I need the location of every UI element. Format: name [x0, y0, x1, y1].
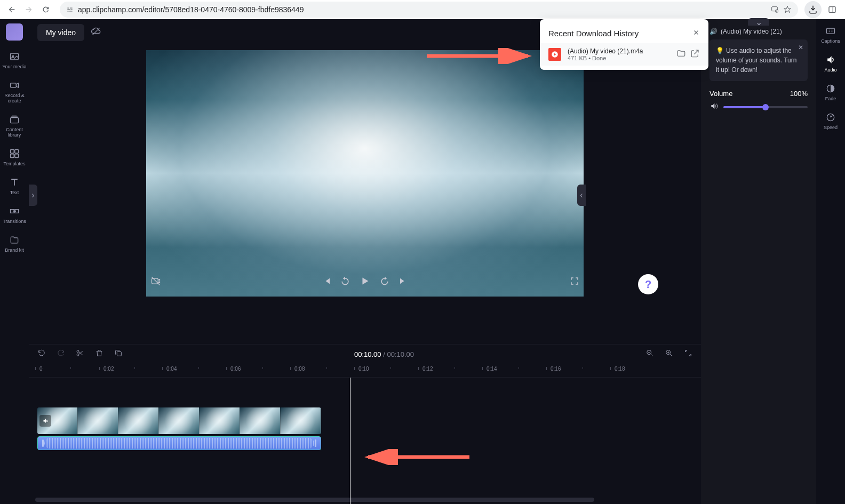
nav-brand-kit[interactable]: Brand kit	[0, 230, 29, 257]
annotation-arrow	[363, 449, 475, 465]
download-file-name: (Audio) My video (21).m4a	[568, 47, 670, 55]
clip-mute-icon[interactable]	[39, 415, 51, 427]
nav-captions[interactable]: Captions	[816, 23, 845, 46]
svg-rect-1	[70, 8, 73, 9]
audio-icon	[825, 54, 836, 65]
url-bar[interactable]: app.clipchamp.com/editor/5708ed18-0470-4…	[60, 2, 798, 18]
svg-rect-5	[69, 11, 73, 11]
undo-button[interactable]	[37, 349, 46, 359]
bookmark-icon[interactable]	[783, 5, 792, 14]
delete-button[interactable]	[95, 349, 103, 359]
transitions-icon	[9, 206, 20, 217]
svg-rect-0	[67, 8, 69, 9]
right-sidebar: Captions Audio Fade Speed	[816, 19, 845, 504]
player-controls	[146, 270, 584, 292]
project-name[interactable]: My video	[37, 24, 84, 41]
skip-forward-button[interactable]	[398, 276, 408, 286]
nav-content-library[interactable]: Content library	[0, 110, 29, 142]
audio-clip-icon: 🔊	[710, 28, 718, 35]
download-item[interactable]: (Audio) My video (21).m4a 471 KB • Done	[540, 43, 708, 66]
skip-back-button[interactable]	[322, 276, 331, 286]
show-in-folder-icon[interactable]	[676, 49, 686, 60]
collapse-panel-icon[interactable]: ⌄	[748, 18, 769, 26]
svg-rect-2	[67, 9, 70, 10]
fit-timeline-button[interactable]	[684, 349, 692, 359]
close-icon[interactable]	[692, 29, 700, 38]
camera-icon	[9, 80, 20, 91]
timeline-ruler[interactable]: 0 0:02 0:04 0:06 0:08 0:10 0:12 0:14 0:1…	[29, 364, 701, 378]
timeline-scrollbar[interactable]	[35, 498, 594, 502]
open-external-icon[interactable]	[690, 49, 700, 60]
captions-icon	[825, 26, 836, 36]
svg-rect-30	[827, 28, 835, 34]
templates-icon	[9, 148, 20, 159]
download-history-popover: Recent Download History (Audio) My video…	[540, 19, 708, 70]
nav-speed[interactable]: Speed	[816, 110, 845, 132]
svg-rect-25	[117, 351, 121, 356]
clip-name-label: (Audio) My video (21)	[721, 28, 782, 35]
redo-button[interactable]	[57, 349, 65, 359]
nav-fade[interactable]: Fade	[816, 81, 845, 103]
volume-label: Volume	[710, 90, 732, 98]
info-tip: ✕ 💡Use audio to adjust the volume of you…	[710, 39, 808, 81]
svg-rect-4	[67, 11, 68, 11]
waveform	[44, 438, 314, 449]
properties-panel: ⌄ 🔊 (Audio) My video (21) ✕ 💡Use audio t…	[701, 19, 816, 504]
brand-icon	[9, 235, 20, 245]
svg-rect-17	[15, 154, 19, 158]
back-button[interactable]	[4, 2, 19, 17]
copy-button[interactable]	[114, 349, 123, 359]
expand-left-panel[interactable]: ›	[29, 185, 37, 206]
nav-record-create[interactable]: Record & create	[0, 76, 29, 108]
rewind-button[interactable]	[340, 276, 350, 286]
svg-rect-13	[11, 118, 19, 123]
media-icon	[9, 51, 20, 62]
volume-value: 100%	[790, 90, 808, 98]
help-button[interactable]: ?	[638, 274, 658, 294]
video-preview[interactable]	[146, 50, 584, 297]
svg-rect-14	[11, 150, 14, 154]
audio-clip[interactable]	[37, 436, 321, 450]
url-text: app.clipchamp.com/editor/5708ed18-0470-4…	[78, 5, 304, 14]
reload-button[interactable]	[38, 2, 53, 17]
browser-toolbar: app.clipchamp.com/editor/5708ed18-0470-4…	[0, 0, 845, 19]
nav-your-media[interactable]: Your media	[0, 47, 29, 74]
svg-rect-21	[152, 278, 158, 284]
speed-icon	[825, 112, 836, 123]
speaker-icon[interactable]	[710, 102, 718, 113]
fade-icon	[825, 83, 836, 94]
popover-title: Recent Download History	[548, 29, 639, 38]
video-clip[interactable]	[37, 407, 321, 434]
close-tip-icon[interactable]: ✕	[798, 43, 803, 52]
zoom-in-button[interactable]	[665, 349, 673, 359]
fullscreen-button[interactable]	[570, 276, 579, 286]
nav-templates[interactable]: Templates	[0, 144, 29, 171]
nav-text[interactable]: Text	[0, 173, 29, 199]
nav-transitions[interactable]: Transitions	[0, 202, 29, 228]
timeline: 00:10.00 / 00:10.00 0 0:02 0:04 0:06 0:0…	[29, 344, 701, 504]
split-button[interactable]	[76, 349, 84, 359]
forward-button[interactable]	[379, 276, 390, 286]
playhead[interactable]	[350, 378, 350, 504]
app-logo[interactable]	[6, 23, 23, 41]
svg-rect-16	[11, 154, 14, 158]
left-sidebar: Your media Record & create Content libra…	[0, 19, 29, 504]
downloads-icon[interactable]	[804, 1, 822, 18]
expand-right-panel[interactable]: ‹	[577, 185, 586, 206]
side-panel-icon[interactable]	[824, 1, 841, 18]
svg-rect-15	[15, 150, 19, 154]
cloud-sync-icon[interactable]	[91, 26, 101, 39]
preview-disabled-icon[interactable]	[150, 276, 161, 286]
play-button[interactable]	[359, 275, 371, 287]
library-icon	[9, 114, 20, 125]
zoom-out-button[interactable]	[645, 349, 654, 359]
forward-button[interactable]	[21, 2, 36, 17]
file-type-icon	[548, 48, 561, 61]
volume-slider[interactable]	[723, 106, 808, 108]
site-settings-icon	[66, 6, 74, 13]
install-app-icon[interactable]	[770, 5, 779, 14]
timecode: 00:10.00 / 00:10.00	[354, 350, 414, 358]
nav-audio[interactable]: Audio	[816, 52, 845, 75]
annotation-arrow	[427, 48, 533, 64]
svg-rect-12	[11, 83, 17, 87]
